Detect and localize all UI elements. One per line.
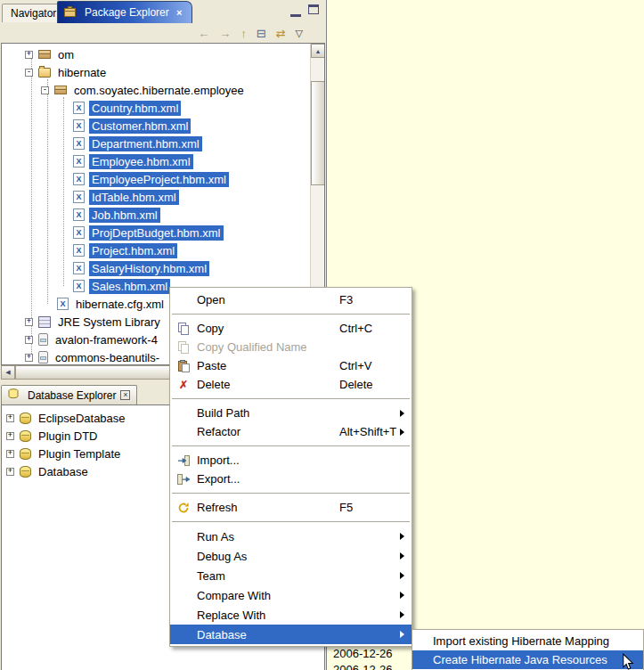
menu-item-label: Copy <box>197 322 224 335</box>
expander-icon[interactable]: + <box>25 51 33 59</box>
tree-item-label[interactable]: Department.hbm.xml <box>89 136 202 151</box>
tree-item-package[interactable]: - com.soyatec.hibernate.employee <box>2 81 309 99</box>
tree-item-hibernate[interactable]: - hibernate <box>2 63 309 81</box>
tree-item-label[interactable]: avalon-framework-4 <box>53 332 160 347</box>
menu-item-copy-qualified-name[interactable]: Copy Qualified Name <box>170 338 412 356</box>
tree-item-label[interactable]: IdTable.hbm.xml <box>89 190 179 205</box>
minimize-icon[interactable] <box>290 4 301 17</box>
expander-icon[interactable]: + <box>6 432 14 440</box>
xml-file-icon <box>73 191 85 203</box>
maximize-icon[interactable] <box>308 4 319 14</box>
tree-item-hbm-file[interactable]: Job.hbm.xml <box>2 206 309 224</box>
forward-icon[interactable]: → <box>219 28 231 39</box>
tree-item-label[interactable]: Country.hbm.xml <box>89 101 181 116</box>
tab-database-explorer[interactable]: Database Explorer × <box>1 385 137 404</box>
back-icon[interactable]: ← <box>198 28 209 39</box>
menu-item-export[interactable]: Export... <box>170 470 412 488</box>
menu-item-open[interactable]: Open F3 <box>170 290 412 309</box>
expander-icon[interactable]: + <box>6 468 14 476</box>
xml-file-icon <box>73 262 85 274</box>
menu-item-label: Run As <box>197 530 234 543</box>
menu-item-copy[interactable]: Copy Ctrl+C <box>170 319 412 338</box>
menu-item-team[interactable]: Team <box>170 566 412 585</box>
db-item-label[interactable]: Plugin Template <box>36 446 123 462</box>
menu-item-refresh[interactable]: Refresh F5 <box>170 498 412 517</box>
tree-item-label[interactable]: com.soyatec.hibernate.employee <box>71 83 247 98</box>
close-icon[interactable]: × <box>174 7 185 19</box>
view-menu-icon[interactable]: ▽ <box>296 29 303 38</box>
xml-file-icon <box>73 280 85 292</box>
tree-item-label[interactable]: Job.hbm.xml <box>89 208 160 223</box>
menu-item-refactor[interactable]: Refactor Alt+Shift+T <box>170 422 412 441</box>
link-with-editor-icon[interactable]: ⇄ <box>276 28 286 39</box>
xml-file-icon <box>73 102 85 114</box>
context-menu: Open F3 Copy Ctrl+C Copy Qualified Name … <box>169 287 412 647</box>
tree-item-hbm-file[interactable]: Project.hbm.xml <box>2 241 309 259</box>
tree-item-label[interactable]: ProjDeptBudget.hbm.xml <box>89 225 224 241</box>
tree-item-om[interactable]: + om <box>2 45 309 63</box>
menu-item-replace-with[interactable]: Replace With <box>170 605 412 625</box>
tree-item-hbm-file[interactable]: SalaryHistory.hbm.xml <box>2 259 309 277</box>
menu-item-label: Database <box>197 628 247 641</box>
tree-item-label[interactable]: Project.hbm.xml <box>89 243 177 258</box>
tree-item-hbm-file[interactable]: ProjDeptBudget.hbm.xml <box>2 224 309 241</box>
tree-item-label[interactable]: om <box>55 47 77 62</box>
tree-item-hbm-file[interactable]: Country.hbm.xml <box>2 99 309 117</box>
scroll-up-icon[interactable]: ▲ <box>311 44 325 58</box>
close-icon[interactable]: × <box>120 390 130 400</box>
tree-item-hbm-file[interactable]: Customer.hbm.xml <box>2 117 309 135</box>
menu-item-compare-with[interactable]: Compare With <box>170 585 412 605</box>
menu-shortcut: F5 <box>339 501 353 514</box>
menu-item-label: Delete <box>197 378 231 391</box>
tree-item-hbm-file[interactable]: EmployeeProject.hbm.xml <box>2 170 309 188</box>
expander-icon[interactable]: - <box>41 86 49 94</box>
tree-item-label[interactable]: hibernate <box>55 65 109 80</box>
menu-item-run-as[interactable]: Run As <box>170 527 412 546</box>
submenu-item-create-hibernate-java-resources[interactable]: Create Hibernate Java Resources <box>412 650 643 669</box>
tab-navigator[interactable]: Navigator <box>2 4 65 22</box>
expander-icon[interactable]: + <box>25 354 33 362</box>
up-icon[interactable]: ↑ <box>240 28 247 39</box>
xml-file-icon <box>73 244 85 257</box>
submenu-arrow-icon <box>400 429 404 436</box>
menu-shortcut: Delete <box>339 378 373 391</box>
collapse-all-icon[interactable]: ⊟ <box>257 28 266 39</box>
database-icon <box>20 430 31 442</box>
menu-item-import[interactable]: Import... <box>170 451 412 470</box>
xml-file-icon <box>73 208 85 221</box>
tree-item-hbm-file[interactable]: Employee.hbm.xml <box>2 152 309 170</box>
menu-item-label: Refresh <box>197 501 238 514</box>
tree-item-label[interactable]: commons-beanutils- <box>53 350 162 365</box>
menu-item-delete[interactable]: ✗ Delete Delete <box>170 375 412 394</box>
db-item-label[interactable]: Database <box>36 464 91 479</box>
tree-item-hbm-file[interactable]: IdTable.hbm.xml <box>2 188 309 206</box>
scrollbar-thumb[interactable] <box>311 81 325 185</box>
tree-item-label[interactable]: EmployeeProject.hbm.xml <box>89 172 229 187</box>
tab-package-explorer[interactable]: Package Explorer × <box>57 1 192 23</box>
eclipse-window: 2006-12-26 2006-12-26 Navigator Package … <box>0 0 644 670</box>
tree-item-label[interactable]: Sales.hbm.xml <box>89 279 170 294</box>
expander-icon[interactable]: + <box>25 318 33 326</box>
tree-item-label[interactable]: JRE System Library <box>55 315 163 330</box>
tree-item-label[interactable]: hibernate.cfg.xml <box>73 297 167 312</box>
tree-item-label[interactable]: Employee.hbm.xml <box>89 154 193 169</box>
db-item-label[interactable]: Plugin DTD <box>36 429 100 444</box>
copy-icon <box>172 323 195 335</box>
scroll-left-icon[interactable]: ◀ <box>1 365 15 380</box>
import-icon <box>172 454 195 467</box>
expander-icon[interactable]: + <box>6 414 14 422</box>
menu-item-database[interactable]: Database <box>170 625 412 644</box>
expander-icon[interactable]: + <box>6 450 14 458</box>
tree-item-hbm-file[interactable]: Department.hbm.xml <box>2 135 309 152</box>
tree-item-label[interactable]: Customer.hbm.xml <box>89 118 191 134</box>
expander-icon[interactable]: + <box>25 336 33 344</box>
package-explorer-toolbar: ← → ↑ ⊟ ⇄ ▽ <box>0 23 326 43</box>
db-item-label[interactable]: EclipseDatabase <box>36 411 128 426</box>
menu-item-paste[interactable]: Paste Ctrl+V <box>170 356 412 375</box>
expander-icon[interactable]: - <box>25 69 33 77</box>
submenu-item-import-existing-hibernate-mapping[interactable]: Import existing Hibernate Mapping <box>412 632 643 650</box>
submenu-arrow-icon <box>400 611 404 618</box>
menu-item-debug-as[interactable]: Debug As <box>170 546 412 566</box>
tree-item-label[interactable]: SalaryHistory.hbm.xml <box>89 261 209 276</box>
menu-item-build-path[interactable]: Build Path <box>170 404 412 422</box>
